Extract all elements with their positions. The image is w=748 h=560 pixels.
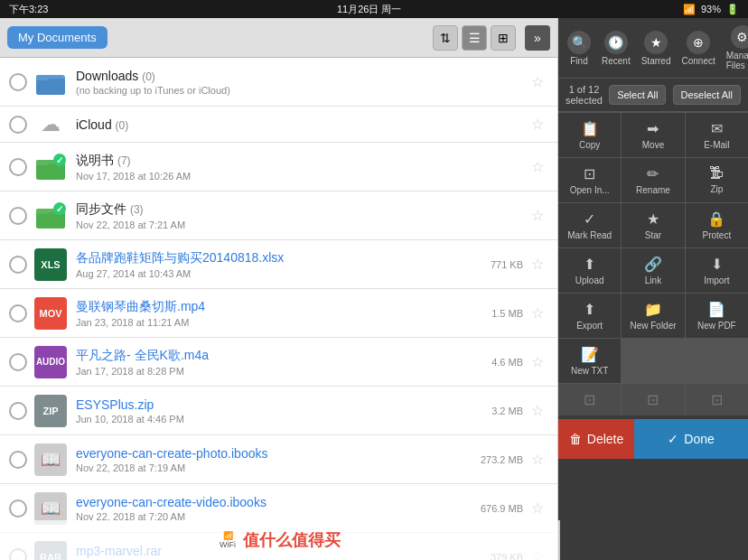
link-icon: 🔗: [644, 256, 662, 273]
done-button[interactable]: ✓ Done: [634, 419, 748, 459]
copy-button[interactable]: 📋 Copy: [558, 113, 621, 157]
delete-button[interactable]: 🗑 Delete: [558, 419, 634, 459]
mp4-info: 曼联钢琴曲桑切斯.mp4 Jan 23, 2018 at 11:21 AM: [76, 299, 484, 328]
mp4-star[interactable]: ☆: [527, 303, 548, 324]
list-item[interactable]: ☁ iCloud (0) ☆: [0, 107, 557, 143]
sort-button[interactable]: ⇅: [433, 25, 458, 51]
tongbu-checkbox[interactable]: [9, 207, 27, 225]
tongbu-date: Nov 22, 2018 at 7:21 AM: [76, 219, 523, 230]
connect-icon: ⊕: [687, 31, 710, 54]
my-documents-tab[interactable]: My Documents: [7, 26, 108, 49]
star-action-icon: ★: [647, 210, 659, 228]
tongbu-star[interactable]: ☆: [527, 205, 548, 227]
connect-nav-item[interactable]: ⊕ Connect: [676, 29, 720, 68]
downloads-checkbox[interactable]: [9, 73, 27, 91]
xlsx-info: 各品牌跑鞋矩阵与购买20140818.xlsx Aug 27, 2014 at …: [76, 250, 483, 279]
mp4-checkbox[interactable]: [9, 304, 27, 322]
new-folder-button[interactable]: 📁 New Folder: [622, 294, 684, 338]
done-label: Done: [684, 432, 714, 446]
list-item[interactable]: XLS 各品牌跑鞋矩阵与购买20140818.xlsx Aug 27, 2014…: [0, 240, 557, 289]
link-label: Link: [645, 275, 661, 285]
import-button[interactable]: ⬇ Import: [686, 248, 748, 293]
manage-label: Manage Files: [726, 51, 748, 70]
manage-files-nav-item[interactable]: ⚙ Manage Files: [721, 23, 748, 72]
right-nav-bar: 🔍 Find 🕐 Recent ★ Starred ⊕ Connect ⚙ Ma…: [558, 18, 748, 79]
placeholder-btn-1: ⊡: [558, 384, 621, 415]
right-panel: 🔍 Find 🕐 Recent ★ Starred ⊕ Connect ⚙ Ma…: [558, 18, 748, 560]
export-label: Export: [576, 321, 603, 331]
svg-rect-10: [36, 209, 49, 214]
rename-button[interactable]: ✏ Rename: [622, 158, 684, 202]
sidebar-toggle-button[interactable]: »: [525, 25, 550, 51]
ibooks2-name: everyone-can-create-video.ibooks: [76, 495, 473, 509]
upload-label: Upload: [575, 275, 604, 285]
mark-read-button[interactable]: ✓ Mark Read: [558, 203, 621, 247]
zip-button[interactable]: 🗜 Zip: [686, 158, 748, 202]
zip-star[interactable]: ☆: [527, 400, 548, 422]
wifi-label: WiFi: [220, 540, 236, 549]
import-icon: ⬇: [711, 256, 723, 273]
m4a-name: 平凡之路- 全民K歌.m4a: [76, 348, 484, 364]
upload-button[interactable]: ⬆ Upload: [558, 248, 621, 293]
new-pdf-label: New PDF: [697, 321, 736, 331]
list-item[interactable]: ✓ 同步文件 (3) Nov 22, 2018 at 7:21 AM ☆: [0, 191, 557, 240]
m4a-icon: AUDIO: [34, 346, 67, 378]
zip-checkbox[interactable]: [9, 402, 27, 420]
xlsx-star[interactable]: ☆: [527, 254, 548, 275]
email-button[interactable]: ✉ E-Mail: [686, 113, 748, 157]
ibooks1-checkbox[interactable]: [9, 451, 27, 469]
mp4-name: 曼联钢琴曲桑切斯.mp4: [76, 299, 484, 315]
m4a-checkbox[interactable]: [9, 353, 27, 371]
shuomingshu-checkbox[interactable]: [9, 158, 27, 176]
list-item[interactable]: 📖 everyone-can-create-photo.ibooks Nov 2…: [0, 435, 557, 484]
new-txt-button[interactable]: 📝 New TXT: [558, 339, 621, 383]
icloud-checkbox[interactable]: [9, 116, 27, 134]
select-all-button[interactable]: Select All: [609, 85, 666, 105]
list-view-button[interactable]: ☰: [462, 25, 487, 51]
icloud-name: iCloud (0): [76, 117, 523, 132]
recent-nav-item[interactable]: 🕐 Recent: [596, 29, 636, 68]
delete-label: Delete: [587, 432, 623, 446]
list-item[interactable]: MOV 曼联钢琴曲桑切斯.mp4 Jan 23, 2018 at 11:21 A…: [0, 289, 557, 338]
export-icon: ⬆: [584, 301, 595, 318]
downloads-star[interactable]: ☆: [527, 71, 548, 93]
new-pdf-button[interactable]: 📄 New PDF: [686, 294, 748, 338]
list-item[interactable]: ✓ 说明书 (7) Nov 17, 2018 at 10:26 AM ☆: [0, 143, 557, 191]
m4a-star[interactable]: ☆: [527, 351, 548, 373]
move-label: Move: [642, 140, 664, 150]
mp4-size: 1.5 MB: [484, 308, 523, 319]
manage-icon: ⚙: [731, 25, 748, 49]
xlsx-checkbox[interactable]: [9, 256, 27, 274]
shuomingshu-name: 说明书 (7): [76, 153, 523, 169]
svg-text:✓: ✓: [56, 204, 63, 214]
icloud-info: iCloud (0): [76, 117, 523, 132]
grid-view-button[interactable]: ⊞: [491, 25, 516, 51]
link-button[interactable]: 🔗 Link: [622, 248, 684, 293]
protect-button[interactable]: 🔒 Protect: [686, 203, 748, 247]
downloads-name: Downloads (0): [76, 69, 523, 83]
ibooks2-checkbox[interactable]: [9, 499, 27, 518]
export-button[interactable]: ⬆ Export: [558, 294, 621, 338]
icloud-star[interactable]: ☆: [527, 114, 548, 135]
star-button[interactable]: ★ Star: [622, 203, 684, 247]
zip-date: Jun 10, 2018 at 4:46 PM: [76, 414, 484, 425]
list-item[interactable]: AUDIO 平凡之路- 全民K歌.m4a Jan 17, 2018 at 8:2…: [0, 338, 557, 387]
find-nav-item[interactable]: 🔍 Find: [562, 29, 596, 68]
zip-icon: ZIP: [34, 395, 67, 427]
deselect-all-button[interactable]: Deselect All: [673, 85, 741, 105]
ibooks1-star[interactable]: ☆: [527, 449, 548, 471]
rename-icon: ✏: [647, 165, 659, 182]
list-item[interactable]: Downloads (0) (no backing up to iTunes o…: [0, 58, 557, 107]
shuomingshu-star[interactable]: ☆: [527, 156, 548, 178]
starred-nav-item[interactable]: ★ Starred: [636, 29, 677, 68]
open-in-button[interactable]: ⊡ Open In...: [558, 158, 621, 202]
zip-info: ESYSPlus.zip Jun 10, 2018 at 4:46 PM: [76, 397, 484, 425]
star-action-label: Star: [645, 230, 661, 240]
ibooks2-star[interactable]: ☆: [527, 498, 548, 519]
placeholder-btn-2: ⊡: [622, 384, 684, 415]
list-item[interactable]: ZIP ESYSPlus.zip Jun 10, 2018 at 4:46 PM…: [0, 387, 557, 435]
protect-icon: 🔒: [707, 210, 725, 228]
open-in-label: Open In...: [570, 185, 610, 195]
folder-icon-green2: ✓: [34, 200, 67, 232]
move-button[interactable]: ➡ Move: [622, 113, 684, 157]
